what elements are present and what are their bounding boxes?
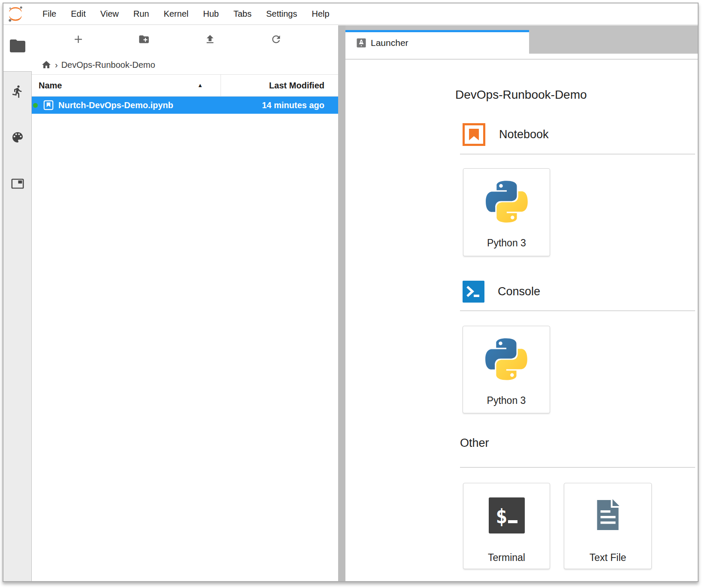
tabbar-shadow (345, 59, 699, 60)
folder-icon (10, 39, 25, 52)
menu-bar: File Edit View Run Kernel Hub Tabs Setti… (3, 3, 699, 25)
section-rule (460, 310, 695, 311)
column-divider (221, 75, 221, 96)
palette-icon[interactable] (11, 130, 24, 144)
main-dock-panel: Launcher DevOps-Runbook-Demo Notebook Py… (345, 25, 699, 582)
file-row-selected[interactable]: Nurtch-DevOps-Demo.ipynb 14 minutes ago (32, 97, 338, 114)
card-label: Text File (564, 552, 651, 564)
tab-launcher[interactable]: Launcher (345, 30, 529, 54)
notebook-icon (463, 123, 485, 146)
python-logo (486, 181, 528, 223)
launcher-card-notebook-python3[interactable]: Python 3 (463, 168, 550, 256)
new-folder-icon (138, 33, 150, 45)
panel-splitter[interactable] (338, 25, 345, 582)
file-browser-panel: › DevOps-Runbook-Demo Name ▲ Last Modifi… (32, 25, 338, 582)
launcher-card-text-file[interactable]: Text File (564, 483, 652, 569)
column-header-name[interactable]: Name (39, 75, 62, 96)
file-last-modified: 14 minutes ago (262, 97, 324, 114)
launcher-title: DevOps-Runbook-Demo (455, 88, 587, 102)
kernel-running-dot (33, 103, 38, 108)
refresh-button[interactable] (267, 30, 284, 48)
menu-file[interactable]: File (35, 3, 64, 24)
breadcrumb-folder[interactable]: DevOps-Runbook-Demo (61, 60, 155, 70)
terminal-icon: $ (489, 497, 525, 533)
python-logo (485, 338, 527, 380)
section-label-other: Other (460, 434, 489, 452)
sidebar-item-file-browser[interactable] (3, 25, 32, 71)
section-rule (460, 154, 695, 155)
menu-hub[interactable]: Hub (196, 3, 226, 24)
sort-ascending-icon[interactable]: ▲ (197, 75, 203, 96)
refresh-icon (270, 33, 282, 45)
jupyter-logo-icon (7, 6, 24, 23)
home-icon[interactable] (41, 60, 51, 70)
console-icon (462, 280, 485, 303)
launcher-rocket-icon (357, 38, 366, 48)
breadcrumb: › DevOps-Runbook-Demo (41, 57, 155, 73)
tab-launcher-label: Launcher (371, 38, 408, 48)
menu-edit[interactable]: Edit (64, 3, 93, 24)
menu-settings[interactable]: Settings (259, 3, 304, 24)
menu-kernel[interactable]: Kernel (156, 3, 196, 24)
dock-tab-bar: Launcher (345, 25, 699, 54)
launcher-card-console-python3[interactable]: Python 3 (463, 326, 550, 413)
svg-text:$: $ (496, 505, 508, 528)
card-label: Terminal (463, 552, 550, 564)
file-list-header: Name ▲ Last Modified (32, 74, 338, 97)
new-launcher-plus-icon (73, 33, 84, 45)
section-label-console: Console (498, 280, 540, 303)
new-folder-button[interactable] (135, 30, 152, 48)
tabs-icon[interactable] (11, 177, 24, 191)
card-label: Python 3 (463, 237, 550, 249)
text-file-icon (589, 497, 626, 534)
column-header-last-modified[interactable]: Last Modified (269, 75, 324, 96)
running-man-icon[interactable] (11, 85, 24, 98)
file-name: Nurtch-DevOps-Demo.ipynb (58, 97, 173, 114)
left-sidebar (3, 25, 32, 582)
menu-view[interactable]: View (93, 3, 126, 24)
menu-help[interactable]: Help (304, 3, 336, 24)
breadcrumb-separator: › (55, 60, 58, 70)
section-rule (460, 467, 695, 468)
card-label: Python 3 (463, 395, 550, 406)
upload-button[interactable] (201, 30, 218, 48)
new-launcher-button[interactable] (70, 30, 87, 48)
menu-run[interactable]: Run (126, 3, 157, 24)
section-label-notebook: Notebook (499, 123, 549, 146)
upload-icon (204, 33, 216, 45)
menu-tabs[interactable]: Tabs (226, 3, 259, 24)
launcher-card-terminal[interactable]: $ Terminal (463, 483, 550, 569)
sidebar-rail (3, 71, 32, 582)
notebook-file-icon (43, 100, 54, 111)
